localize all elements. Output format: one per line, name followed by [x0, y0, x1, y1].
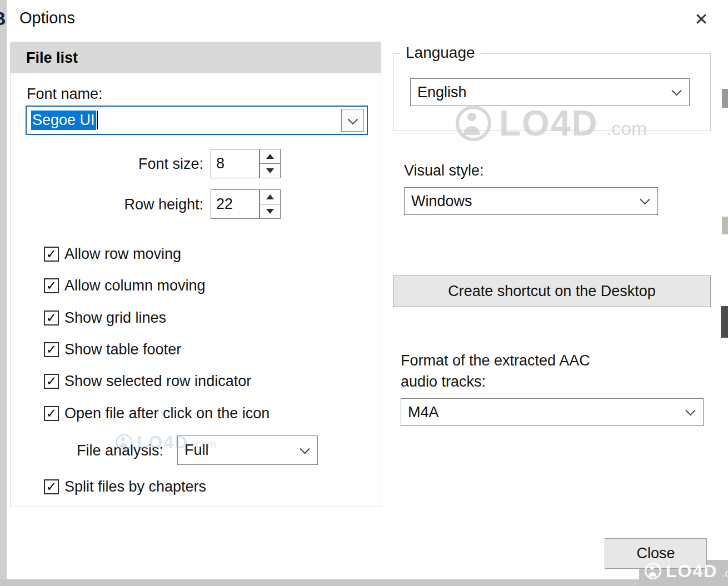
language-group: Language English	[393, 53, 711, 131]
background-scrollbar-fragment	[721, 306, 728, 338]
font-size-spinner	[260, 149, 281, 178]
checkbox-open-file-after-click[interactable]: ✓ Open file after click on the icon	[44, 405, 270, 422]
checkbox-show-selected-row-indicator[interactable]: ✓ Show selected row indicator	[44, 373, 251, 390]
visual-style-select[interactable]: Windows	[404, 187, 658, 215]
file-analysis-value: Full	[185, 442, 209, 459]
checkbox-icon: ✓	[44, 406, 59, 421]
row-height-label: Row height:	[66, 196, 203, 213]
checkbox-icon: ✓	[44, 310, 59, 325]
file-analysis-label: File analysis:	[77, 442, 163, 459]
page-edge-strip-left	[0, 0, 7, 586]
checkbox-allow-row-moving[interactable]: ✓ Allow row moving	[44, 246, 181, 263]
font-name-label: Font name:	[27, 86, 103, 103]
font-name-value: Segoe UI	[31, 111, 96, 130]
background-fragment	[722, 89, 728, 108]
language-value: English	[417, 84, 467, 101]
chevron-down-icon	[300, 443, 310, 453]
visual-style-value: Windows	[411, 193, 472, 210]
chevron-down-icon	[347, 114, 357, 124]
row-height-spin-up[interactable]	[260, 189, 281, 204]
row-height-spinner	[260, 189, 281, 219]
checkbox-icon: ✓	[44, 374, 59, 389]
row-height-spin-down[interactable]	[260, 204, 281, 219]
checkbox-icon: ✓	[44, 479, 59, 494]
close-icon[interactable]: ✕	[689, 8, 714, 30]
checkbox-icon: ✓	[44, 278, 59, 293]
aac-format-label-line1: Format of the extracted AAC	[401, 352, 590, 369]
visual-style-label: Visual style:	[404, 162, 484, 179]
checkbox-show-table-footer[interactable]: ✓ Show table footer	[44, 341, 181, 358]
checkbox-allow-column-moving[interactable]: ✓ Allow column moving	[44, 277, 206, 294]
font-name-combobox[interactable]: Segoe UI	[26, 106, 368, 135]
checkbox-split-files-by-chapters[interactable]: ✓ Split files by chapters	[44, 478, 206, 495]
font-size-label: Font size:	[66, 156, 203, 173]
language-select[interactable]: English	[410, 78, 690, 106]
checkbox-icon: ✓	[44, 247, 59, 262]
font-name-dropdown-button[interactable]	[341, 109, 364, 132]
chevron-down-icon	[640, 194, 650, 204]
aac-format-select[interactable]: M4A	[401, 398, 704, 426]
options-dialog: B Options ✕ LO4D .com LO4D .com LO4D .co…	[0, 0, 728, 586]
file-list-group-header: File list	[11, 42, 381, 73]
font-size-spin-down[interactable]	[260, 163, 281, 178]
row-height-input[interactable]: 22	[211, 189, 260, 219]
create-shortcut-button[interactable]: Create shortcut on the Desktop	[393, 276, 711, 307]
background-fragment	[722, 217, 728, 234]
window-title: Options	[19, 9, 75, 27]
aac-format-value: M4A	[408, 404, 439, 421]
arrow-down-icon	[266, 209, 274, 214]
font-size-input[interactable]: 8	[211, 149, 260, 178]
file-list-group: File list Font name: Segoe UI Font size:…	[10, 42, 381, 507]
chevron-down-icon	[671, 86, 681, 96]
close-button[interactable]: Close	[605, 538, 707, 569]
file-analysis-select[interactable]: Full	[177, 435, 318, 465]
language-group-label: Language	[400, 44, 481, 62]
cropped-background-glyph: B	[0, 8, 6, 30]
text-caret	[97, 111, 98, 129]
checkbox-show-grid-lines[interactable]: ✓ Show grid lines	[44, 309, 166, 327]
aac-format-label-line2: audio tracks:	[401, 373, 486, 390]
arrow-down-icon	[266, 168, 274, 173]
font-size-spin-up[interactable]	[260, 149, 281, 164]
arrow-up-icon	[266, 194, 274, 199]
chevron-down-icon	[685, 405, 695, 415]
page-edge-strip-bottom	[0, 579, 728, 586]
checkbox-icon: ✓	[44, 342, 59, 357]
arrow-up-icon	[266, 154, 274, 159]
